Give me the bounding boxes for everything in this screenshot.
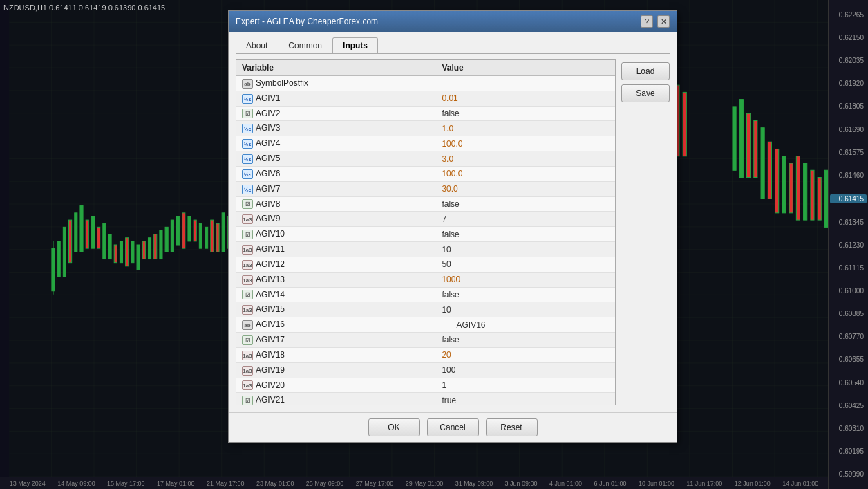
var-type-icon: ☑ (242, 290, 253, 299)
close-button[interactable]: ✕ (657, 15, 670, 28)
svg-rect-20 (131, 241, 134, 263)
svg-rect-8 (63, 227, 66, 277)
col-value: Value (436, 60, 615, 76)
table-row[interactable]: 1a3AGIV1250 (236, 257, 615, 272)
var-name: AGIV2 (256, 109, 280, 118)
svg-rect-27 (171, 220, 173, 252)
table-row[interactable]: ☑AGIV8false (236, 196, 615, 212)
var-value: false (436, 227, 615, 242)
var-name: AGIV3 (256, 123, 280, 133)
svg-rect-12 (86, 220, 88, 248)
var-type-icon: 1a3 (242, 275, 253, 285)
var-value: ===AGIV16=== (436, 317, 615, 333)
svg-rect-36 (222, 213, 225, 252)
var-name: AGIV13 (256, 275, 285, 284)
table-row[interactable]: ☑AGIV10false (236, 227, 615, 242)
price-3: 0.61920 (830, 80, 867, 87)
svg-rect-56 (754, 120, 757, 177)
var-type-icon: ab (242, 320, 253, 330)
cancel-button[interactable]: Cancel (427, 418, 479, 436)
var-name: AGIV20 (256, 380, 285, 390)
svg-rect-26 (165, 227, 168, 252)
var-value: 1000 (436, 272, 615, 287)
price-16: 0.60425 (830, 402, 867, 409)
var-type-icon: 1a3 (242, 245, 253, 255)
price-8: 0.61345 (830, 219, 867, 226)
price-6: 0.61575 (830, 149, 867, 156)
table-row[interactable]: ☑AGIV21true (236, 393, 615, 405)
svg-rect-63 (804, 163, 807, 220)
table-row[interactable]: 1a3AGIV19100 (236, 362, 615, 378)
svg-rect-25 (160, 230, 162, 259)
svg-rect-61 (789, 163, 793, 213)
ok-button[interactable]: OK (368, 418, 420, 436)
price-12: 0.60885 (830, 310, 867, 317)
dialog-titlebar: Expert - AGI EA by CheaperForex.com ? ✕ (229, 11, 677, 32)
var-value: 30.0 (436, 181, 615, 196)
svg-rect-7 (57, 241, 60, 277)
var-value: false (436, 106, 615, 121)
tab-common[interactable]: Common (278, 37, 332, 53)
table-row[interactable]: ½εAGIV6100.0 (236, 166, 615, 181)
params-table-container[interactable]: Variable Value abSymbolPostfix½εAGIV10.0… (236, 59, 616, 405)
table-row[interactable]: 1a3AGIV1820 (236, 347, 615, 362)
svg-rect-52 (683, 92, 686, 156)
var-name: AGIV19 (256, 365, 285, 375)
load-button[interactable]: Load (621, 62, 670, 80)
price-13: 0.60770 (830, 333, 867, 340)
table-row[interactable]: 1a3AGIV201 (236, 378, 615, 393)
params-table: Variable Value abSymbolPostfix½εAGIV10.0… (236, 60, 615, 405)
svg-rect-14 (97, 227, 100, 248)
var-name: AGIV14 (256, 290, 285, 299)
var-name: AGIV7 (256, 184, 280, 194)
var-value: 1 (436, 378, 615, 393)
var-name: AGIV17 (256, 335, 285, 344)
var-value: 100.0 (436, 136, 615, 151)
var-value: 7 (436, 212, 615, 227)
tab-inputs[interactable]: Inputs (332, 37, 378, 53)
svg-rect-59 (775, 149, 779, 212)
help-button[interactable]: ? (641, 15, 653, 28)
svg-rect-29 (182, 213, 185, 248)
table-row[interactable]: 1a3AGIV1510 (236, 302, 615, 317)
table-row[interactable]: ☑AGIV14false (236, 287, 615, 302)
var-type-icon: ½ε (242, 154, 253, 164)
var-name: AGIV5 (256, 154, 280, 163)
price-0: 0.62265 (830, 11, 867, 19)
table-row[interactable]: abSymbolPostfix (236, 76, 615, 91)
table-row[interactable]: ½εAGIV730.0 (236, 181, 615, 196)
table-row[interactable]: ☑AGIV2false (236, 106, 615, 121)
price-1: 0.62150 (830, 34, 867, 41)
table-row[interactable]: abAGIV16===AGIV16=== (236, 317, 615, 333)
table-row[interactable]: 1a3AGIV131000 (236, 272, 615, 287)
chart-title: NZDUSD,H1 0.61411 0.61419 0.61390 0.6141… (3, 3, 165, 12)
table-row[interactable]: ½εAGIV31.0 (236, 121, 615, 136)
table-row[interactable]: 1a3AGIV1110 (236, 242, 615, 257)
svg-rect-21 (137, 245, 140, 270)
reset-button[interactable]: Reset (486, 418, 538, 436)
var-value: false (436, 196, 615, 212)
save-button[interactable]: Save (621, 84, 670, 102)
var-value: 10 (436, 302, 615, 317)
col-variable: Variable (236, 60, 436, 76)
var-name: AGIV10 (256, 229, 285, 239)
var-type-icon: ½ε (242, 94, 253, 104)
svg-rect-60 (782, 156, 786, 213)
var-name: AGIV9 (256, 214, 280, 223)
svg-rect-18 (120, 241, 122, 263)
table-row[interactable]: ½εAGIV10.01 (236, 91, 615, 106)
var-name: AGIV8 (256, 199, 280, 209)
var-type-icon: ½ε (242, 185, 253, 194)
svg-rect-19 (126, 238, 129, 266)
tab-about[interactable]: About (236, 37, 278, 53)
table-row[interactable]: ½εAGIV4100.0 (236, 136, 615, 151)
svg-rect-57 (761, 128, 764, 199)
table-row[interactable]: ½εAGIV53.0 (236, 151, 615, 167)
table-row[interactable]: ☑AGIV17false (236, 333, 615, 348)
time-axis: 13 May 2024 14 May 09:00 15 May 17:00 17… (0, 477, 828, 489)
svg-rect-34 (211, 220, 214, 252)
table-row[interactable]: 1a3AGIV97 (236, 212, 615, 227)
var-type-icon: ½ε (242, 139, 253, 149)
svg-rect-22 (142, 241, 145, 259)
expert-dialog: Expert - AGI EA by CheaperForex.com ? ✕ … (228, 10, 677, 443)
